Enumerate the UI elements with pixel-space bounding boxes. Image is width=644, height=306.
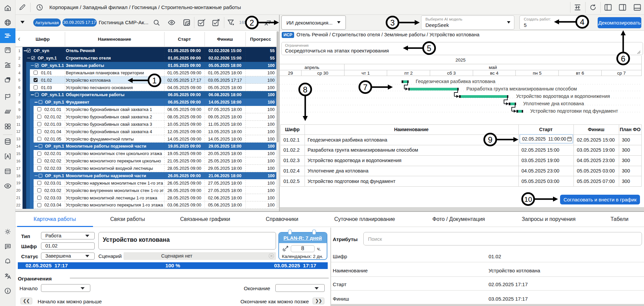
svg-text:8: 8	[303, 85, 307, 94]
svg-text:2: 2	[249, 18, 254, 27]
svg-text:4: 4	[580, 17, 584, 27]
svg-text:6: 6	[621, 54, 625, 63]
svg-text:7: 7	[363, 83, 367, 92]
svg-text:3: 3	[390, 18, 395, 27]
svg-text:9: 9	[488, 135, 492, 144]
svg-text:5: 5	[427, 44, 431, 53]
svg-text:10: 10	[524, 195, 532, 203]
svg-text:1: 1	[152, 76, 156, 85]
